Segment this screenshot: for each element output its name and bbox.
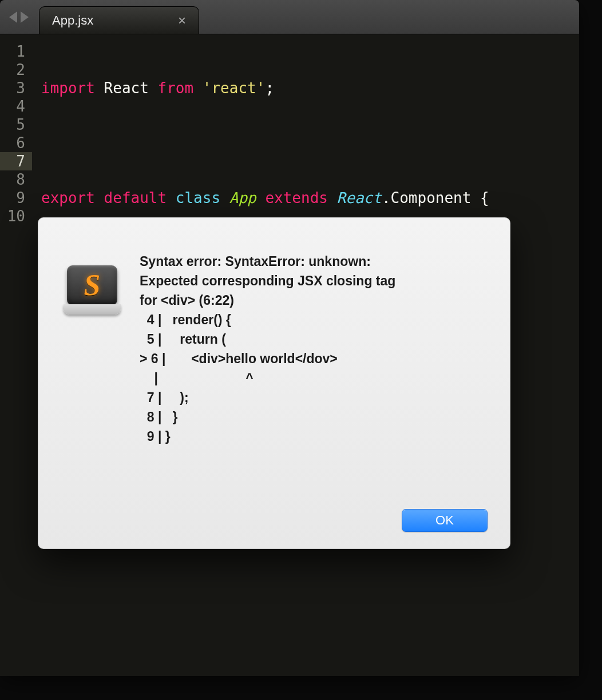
- tab-app-jsx[interactable]: App.jsx ×: [39, 6, 199, 34]
- close-icon[interactable]: ×: [178, 14, 186, 27]
- nav-arrows: [9, 11, 29, 23]
- code-line: import React from 'react';: [41, 79, 579, 97]
- app-icon: S: [61, 254, 124, 317]
- nav-back-icon[interactable]: [9, 11, 17, 23]
- line-number: 10: [0, 207, 25, 225]
- nav-forward-icon[interactable]: [21, 11, 29, 23]
- error-message: Syntax error: SyntaxError: unknown:Expec…: [140, 252, 488, 446]
- ok-button[interactable]: OK: [402, 509, 488, 532]
- code-line: [41, 134, 579, 152]
- line-number: 3: [0, 79, 25, 97]
- line-number: 5: [0, 116, 25, 134]
- line-number: 9: [0, 189, 25, 207]
- dialog-content: S Syntax error: SyntaxError: unknown:Exp…: [61, 252, 488, 446]
- tab-bar: App.jsx ×: [0, 0, 579, 34]
- dialog-button-row: OK: [61, 502, 488, 532]
- line-number: 4: [0, 97, 25, 116]
- error-dialog: S Syntax error: SyntaxError: unknown:Exp…: [38, 217, 510, 549]
- line-number: 8: [0, 170, 25, 189]
- code-line: export default class App extends React.C…: [41, 189, 579, 207]
- tab-title: App.jsx: [52, 14, 93, 27]
- line-gutter: 1 2 3 4 5 6 7 8 9 10: [0, 34, 32, 676]
- sublime-icon: S: [84, 271, 101, 300]
- line-number: 6: [0, 134, 25, 152]
- line-number-active: 7: [0, 152, 32, 170]
- code-line: [41, 573, 579, 591]
- editor-window: App.jsx × 1 2 3 4 5 6 7 8 9 10 import Re…: [0, 0, 579, 676]
- line-number: 2: [0, 61, 25, 79]
- line-number: 1: [0, 42, 25, 61]
